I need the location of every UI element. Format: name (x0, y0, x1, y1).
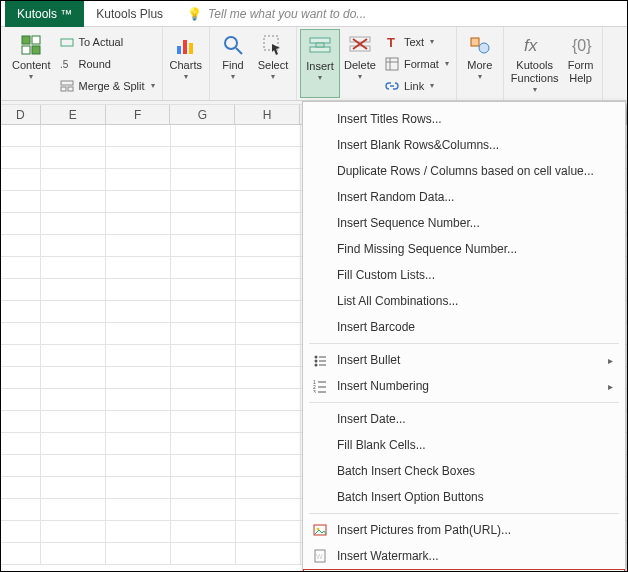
grid-cell[interactable] (236, 499, 301, 520)
grid-cell[interactable] (236, 411, 301, 432)
menu-item[interactable]: Insert Sequence Number... (303, 210, 625, 236)
grid-cell[interactable] (1, 257, 41, 278)
grid-cell[interactable] (41, 279, 106, 300)
col-header[interactable]: G (170, 105, 235, 124)
grid-cell[interactable] (106, 169, 171, 190)
grid-cell[interactable] (41, 345, 106, 366)
grid-cell[interactable] (236, 477, 301, 498)
menu-item[interactable]: WInsert Watermark... (303, 543, 625, 569)
col-header[interactable]: D (1, 105, 41, 124)
grid-cell[interactable] (236, 521, 301, 542)
charts-button[interactable]: Charts (166, 29, 206, 98)
grid-cell[interactable] (236, 213, 301, 234)
text-button[interactable]: T Text ▾ (380, 31, 453, 53)
tab-kutools[interactable]: Kutools ™ (5, 1, 84, 27)
grid-cell[interactable] (236, 345, 301, 366)
col-header[interactable]: F (106, 105, 171, 124)
find-button[interactable]: Find (213, 29, 253, 98)
grid-cell[interactable] (106, 389, 171, 410)
tell-me-search[interactable]: 💡 Tell me what you want to do... (175, 7, 366, 21)
grid-cell[interactable] (171, 455, 236, 476)
grid-cell[interactable] (106, 191, 171, 212)
menu-item[interactable]: Insert Random Data... (303, 184, 625, 210)
grid-cell[interactable] (41, 455, 106, 476)
grid-cell[interactable] (1, 125, 41, 146)
grid-cell[interactable] (106, 345, 171, 366)
grid-cell[interactable] (236, 433, 301, 454)
grid-cell[interactable] (41, 301, 106, 322)
grid-cell[interactable] (41, 433, 106, 454)
grid-cell[interactable] (1, 455, 41, 476)
grid-cell[interactable] (236, 367, 301, 388)
menu-item[interactable]: Find Missing Sequence Number... (303, 236, 625, 262)
grid-cell[interactable] (236, 169, 301, 190)
grid-cell[interactable] (171, 411, 236, 432)
menu-item[interactable]: Insert Titles Rows... (303, 106, 625, 132)
grid-cell[interactable] (171, 257, 236, 278)
kutools-functions-button[interactable]: fx Kutools Functions (507, 29, 563, 98)
grid-cell[interactable] (171, 147, 236, 168)
grid-cell[interactable] (171, 125, 236, 146)
grid-cell[interactable] (106, 367, 171, 388)
grid-cell[interactable] (106, 411, 171, 432)
menu-item[interactable]: Insert Bullet (303, 347, 625, 373)
grid-cell[interactable] (171, 521, 236, 542)
grid-cell[interactable] (171, 345, 236, 366)
grid-cell[interactable] (41, 235, 106, 256)
grid-cell[interactable] (1, 521, 41, 542)
menu-item[interactable]: Fill Blank Cells... (303, 432, 625, 458)
grid-cell[interactable] (41, 213, 106, 234)
grid-cell[interactable] (106, 301, 171, 322)
select-button[interactable]: Select (253, 29, 293, 98)
grid-cell[interactable] (171, 433, 236, 454)
grid-cell[interactable] (1, 433, 41, 454)
grid-cell[interactable] (171, 169, 236, 190)
menu-item[interactable]: Batch Insert Check Boxes (303, 458, 625, 484)
grid-cell[interactable] (41, 367, 106, 388)
grid-cell[interactable] (41, 521, 106, 542)
grid-cell[interactable] (41, 477, 106, 498)
col-header[interactable]: H (235, 105, 300, 124)
grid-cell[interactable] (41, 257, 106, 278)
grid-cell[interactable] (41, 191, 106, 212)
merge-split-button[interactable]: Merge & Split ▾ (55, 75, 159, 97)
menu-item[interactable]: List All Combinations... (303, 288, 625, 314)
menu-item[interactable]: Duplicate Rows / Columns based on cell v… (303, 158, 625, 184)
grid-cell[interactable] (41, 411, 106, 432)
grid-cell[interactable] (171, 213, 236, 234)
delete-button[interactable]: Delete (340, 29, 380, 98)
grid-cell[interactable] (1, 169, 41, 190)
grid-cell[interactable] (236, 235, 301, 256)
grid-cell[interactable] (236, 455, 301, 476)
grid-cell[interactable] (236, 323, 301, 344)
more-button[interactable]: More (460, 29, 500, 98)
grid-cell[interactable] (1, 235, 41, 256)
menu-item[interactable]: Batch Insert Option Buttons (303, 484, 625, 510)
grid-cell[interactable] (106, 235, 171, 256)
grid-cell[interactable] (1, 411, 41, 432)
insert-button[interactable]: Insert (300, 29, 340, 98)
menu-item[interactable]: 123Insert Numbering (303, 373, 625, 399)
grid-cell[interactable] (1, 213, 41, 234)
grid-cell[interactable] (171, 301, 236, 322)
menu-item[interactable]: Insert Date... (303, 406, 625, 432)
grid-cell[interactable] (1, 147, 41, 168)
grid-cell[interactable] (106, 147, 171, 168)
format-button[interactable]: Format ▾ (380, 53, 453, 75)
grid-cell[interactable] (106, 125, 171, 146)
grid-cell[interactable] (171, 543, 236, 564)
grid-cell[interactable] (171, 279, 236, 300)
grid-cell[interactable] (106, 433, 171, 454)
grid-cell[interactable] (1, 477, 41, 498)
grid-cell[interactable] (41, 169, 106, 190)
link-button[interactable]: Link ▾ (380, 75, 453, 97)
grid-cell[interactable] (236, 147, 301, 168)
grid-cell[interactable] (106, 521, 171, 542)
menu-item[interactable]: Insert Pictures from Path(URL)... (303, 517, 625, 543)
grid-cell[interactable] (171, 499, 236, 520)
grid-cell[interactable] (171, 191, 236, 212)
col-header[interactable]: E (41, 105, 106, 124)
grid-cell[interactable] (1, 367, 41, 388)
grid-cell[interactable] (41, 389, 106, 410)
grid-cell[interactable] (236, 301, 301, 322)
